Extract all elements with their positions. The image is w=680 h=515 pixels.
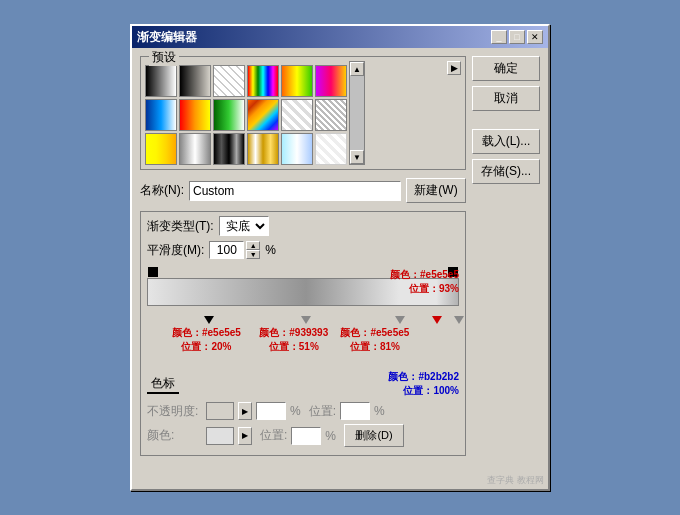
- spinner-buttons: ▲ ▼: [246, 241, 260, 259]
- annot-stop2-color: 颜色：#939393: [259, 326, 328, 340]
- name-row: 名称(N): 新建(W): [140, 178, 466, 203]
- gradient-section: 颜色：#e5e5e5 位置：93% 颜色：#e5e5e5 位置：20% 颜色：#…: [147, 267, 459, 398]
- opacity-value-input[interactable]: [256, 402, 286, 420]
- maximize-button[interactable]: □: [509, 30, 525, 44]
- list-item[interactable]: [247, 133, 279, 165]
- annot-bottom: 颜色：#b2b2b2 位置：100%: [388, 370, 459, 398]
- annot-bottom-color: 颜色：#b2b2b2: [388, 370, 459, 384]
- color-stop-1[interactable]: [204, 316, 214, 324]
- list-item[interactable]: [145, 65, 177, 97]
- annot-top-right: 颜色：#e5e5e5 位置：93%: [390, 268, 459, 296]
- color-tab-row: 色标 颜色：#b2b2b2 位置：100%: [147, 370, 459, 398]
- list-item[interactable]: [281, 99, 313, 131]
- annot-stop1-position: 位置：20%: [172, 340, 241, 354]
- preset-nav-button[interactable]: ▶: [447, 61, 461, 75]
- preset-group-label: 预设: [149, 49, 179, 66]
- list-item[interactable]: [315, 133, 347, 165]
- list-item[interactable]: [213, 99, 245, 131]
- list-item[interactable]: [247, 65, 279, 97]
- gradient-type-select[interactable]: 实底: [219, 216, 269, 236]
- smoothness-input[interactable]: [209, 241, 244, 259]
- opacity-pos-pct: %: [374, 404, 385, 418]
- opacity-label: 不透明度:: [147, 403, 202, 420]
- color-stop-2[interactable]: [301, 316, 311, 324]
- preset-grid: [145, 65, 347, 165]
- stop-arrow-3[interactable]: [395, 316, 405, 324]
- color-stop-4[interactable]: [432, 316, 442, 324]
- annot-top-right-position: 位置：93%: [390, 282, 459, 296]
- list-item[interactable]: [179, 65, 211, 97]
- window-controls: _ □ ✕: [491, 30, 543, 44]
- stop-arrow-4[interactable]: [432, 316, 442, 324]
- watermark-container: 查字典 教程网: [132, 472, 548, 489]
- list-item[interactable]: [213, 133, 245, 165]
- scroll-up-button[interactable]: ▲: [350, 62, 364, 76]
- color-stop-5[interactable]: [454, 316, 464, 324]
- color-stops-container: [147, 308, 459, 324]
- list-item[interactable]: [179, 99, 211, 131]
- delete-button[interactable]: 删除(D): [344, 424, 404, 447]
- save-button[interactable]: 存储(S)...: [472, 159, 540, 184]
- opacity-field-row: 不透明度: ▶ % 位置: %: [147, 402, 459, 420]
- list-item[interactable]: [213, 65, 245, 97]
- list-item[interactable]: [281, 133, 313, 165]
- list-item[interactable]: [315, 65, 347, 97]
- annot-top-right-color: 颜色：#e5e5e5: [390, 268, 459, 282]
- title-bar: 渐变编辑器 _ □ ✕: [132, 26, 548, 48]
- annot-stop3-position: 位置：81%: [340, 340, 409, 354]
- color-field-row: 颜色: ▶ 位置: % 删除(D): [147, 424, 459, 447]
- stop-arrow-2[interactable]: [301, 316, 311, 324]
- opacity-arrow[interactable]: ▶: [238, 402, 252, 420]
- list-item[interactable]: [145, 133, 177, 165]
- opacity-swatch: [206, 402, 234, 420]
- new-button[interactable]: 新建(W): [406, 178, 466, 203]
- window-title: 渐变编辑器: [137, 29, 197, 46]
- ok-button[interactable]: 确定: [472, 56, 540, 81]
- list-item[interactable]: [145, 99, 177, 131]
- close-button[interactable]: ✕: [527, 30, 543, 44]
- list-item[interactable]: [315, 99, 347, 131]
- annot-stop1-color: 颜色：#e5e5e5: [172, 326, 241, 340]
- scroll-track: [350, 76, 364, 150]
- color-arrow[interactable]: ▶: [238, 427, 252, 445]
- spinner-down[interactable]: ▼: [246, 250, 260, 259]
- color-label: 颜色:: [147, 427, 202, 444]
- right-buttons-panel: 确定 取消 载入(L)... 存储(S)...: [472, 56, 540, 464]
- list-item[interactable]: [281, 65, 313, 97]
- window-body: 预设 ▶: [132, 48, 548, 472]
- stop-arrow-1[interactable]: [204, 316, 214, 324]
- annot-stop3: 颜色：#e5e5e5 位置：81%: [340, 326, 409, 354]
- load-button[interactable]: 载入(L)...: [472, 129, 540, 154]
- smoothness-row: 平滑度(M): ▲ ▼ %: [147, 241, 459, 259]
- list-item[interactable]: [247, 99, 279, 131]
- color-swatch[interactable]: [206, 427, 234, 445]
- cancel-button[interactable]: 取消: [472, 86, 540, 111]
- position-label-color: 位置:: [260, 427, 287, 444]
- gradient-editor-window: 渐变编辑器 _ □ ✕ 预设 ▶: [130, 24, 550, 491]
- preset-group: 预设 ▶: [140, 56, 466, 170]
- preset-scrollbar: ▲ ▼: [349, 61, 365, 165]
- scroll-down-button[interactable]: ▼: [350, 150, 364, 164]
- smoothness-spinner: ▲ ▼: [209, 241, 260, 259]
- preset-area: ▲ ▼: [145, 61, 461, 165]
- opacity-stop-left[interactable]: [148, 267, 158, 277]
- position-label-2: 位置:: [309, 403, 336, 420]
- watermark: 查字典 教程网: [132, 472, 548, 489]
- annotations-overlay: 颜色：#e5e5e5 位置：93% 颜色：#e5e5e5 位置：20% 颜色：#…: [147, 326, 459, 370]
- name-label: 名称(N):: [140, 182, 184, 199]
- main-content: 预设 ▶: [140, 56, 466, 464]
- spinner-up[interactable]: ▲: [246, 241, 260, 250]
- smoothness-unit: %: [265, 243, 276, 257]
- color-pos-pct: %: [325, 429, 336, 443]
- color-stop-3[interactable]: [395, 316, 405, 324]
- annot-stop1: 颜色：#e5e5e5 位置：20%: [172, 326, 241, 354]
- list-item[interactable]: [179, 133, 211, 165]
- gradient-settings-group: 渐变类型(T): 实底 平滑度(M): ▲ ▼ %: [140, 211, 466, 456]
- minimize-button[interactable]: _: [491, 30, 507, 44]
- annot-stop3-color: 颜色：#e5e5e5: [340, 326, 409, 340]
- opacity-position-input[interactable]: [340, 402, 370, 420]
- stop-arrow-5[interactable]: [454, 316, 464, 324]
- name-input[interactable]: [189, 181, 401, 201]
- color-position-input[interactable]: [291, 427, 321, 445]
- annot-stop2-position: 位置：51%: [259, 340, 328, 354]
